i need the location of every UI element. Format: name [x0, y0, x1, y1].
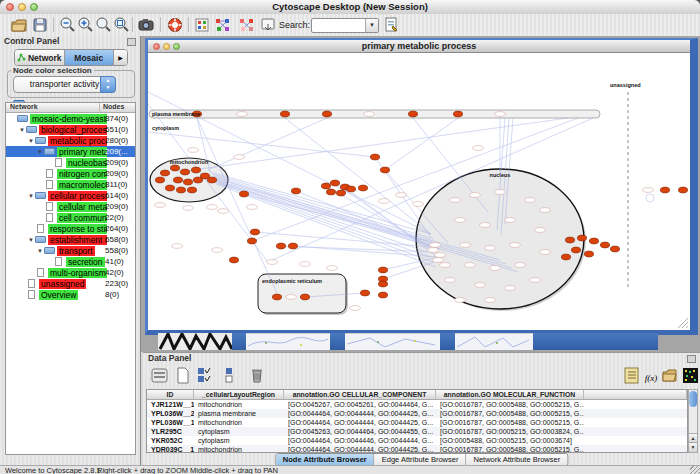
table-row[interactable]: YPL036W__2plasma membrane[GO:0044464, GO…: [147, 409, 687, 418]
network-node-label[interactable]: [535, 228, 546, 233]
network-node-label[interactable]: [234, 155, 245, 160]
expander-icon[interactable]: ▼: [27, 138, 35, 144]
network-node[interactable]: [180, 169, 189, 175]
tree-row[interactable]: secretion41(0): [6, 256, 135, 267]
network-node-label[interactable]: [247, 205, 258, 210]
network-node-label[interactable]: [286, 295, 297, 300]
column-go-molecular-function[interactable]: annotation.GO MOLECULAR_FUNCTION: [436, 390, 584, 399]
network-node[interactable]: [453, 111, 462, 117]
network-node[interactable]: [610, 246, 619, 252]
mosaic-grid-button[interactable]: [193, 16, 211, 34]
network-destroy-button[interactable]: [237, 16, 255, 34]
window-titlebar[interactable]: Cytoscape Desktop (New Session): [0, 0, 700, 15]
tree-row[interactable]: cellular metabol209(0): [6, 201, 135, 212]
network-node-label[interactable]: [465, 263, 476, 268]
column-id[interactable]: ID: [147, 390, 194, 399]
node-color-dropdown[interactable]: transporter activity ▲▼: [13, 76, 116, 93]
network-node[interactable]: [678, 187, 687, 193]
network-node[interactable]: [165, 185, 174, 191]
open-session-button[interactable]: [10, 16, 28, 34]
network-node-label[interactable]: [435, 253, 446, 258]
network-node[interactable]: [170, 165, 179, 171]
network-node-label[interactable]: [327, 266, 338, 271]
network-node-label[interactable]: [207, 205, 218, 210]
zoom-in-button[interactable]: [76, 16, 94, 34]
network-node-label[interactable]: [485, 246, 496, 251]
network-node-label[interactable]: [350, 306, 361, 311]
network-node-label[interactable]: [455, 218, 466, 223]
annotation-button[interactable]: [259, 16, 277, 34]
network-node-label[interactable]: [475, 283, 486, 288]
tree-row[interactable]: Overview8(0): [6, 289, 135, 300]
network-node-label[interactable]: [172, 244, 183, 249]
tree-row[interactable]: cell communicat22(0): [6, 212, 135, 223]
network-node[interactable]: [330, 180, 339, 186]
tab-mosaic[interactable]: Mosaic: [65, 50, 115, 65]
network-node-label[interactable]: [188, 148, 199, 153]
network-node-label[interactable]: [505, 286, 516, 291]
tree-row[interactable]: nucleobase-209(0): [6, 157, 135, 168]
network-node[interactable]: [571, 247, 580, 253]
tree-row[interactable]: nitrogen compo209(0): [6, 168, 135, 179]
network-node[interactable]: [561, 254, 570, 260]
tree-row[interactable]: response to stimul264(0): [6, 223, 135, 234]
network-node-label[interactable]: [510, 243, 521, 248]
tree-row[interactable]: mosaic-demo-yeast874(0): [6, 113, 135, 124]
zoom-fit-button[interactable]: [112, 16, 130, 34]
network-node[interactable]: [187, 187, 196, 193]
network-node-label[interactable]: [364, 112, 375, 117]
network-node[interactable]: [589, 238, 598, 244]
network-node-label[interactable]: [218, 209, 229, 214]
column-go-cellular-component[interactable]: annotation.GO CELLULAR_COMPONENT: [284, 390, 436, 399]
tree-column-network[interactable]: Network: [6, 103, 100, 112]
tab-network[interactable]: Network: [15, 50, 65, 65]
network-node-label[interactable]: [455, 298, 466, 303]
network-node[interactable]: [380, 167, 389, 173]
zoom-out-button[interactable]: [58, 16, 76, 34]
network-node-label[interactable]: [267, 260, 278, 265]
search-box[interactable]: ▼: [311, 18, 379, 33]
table-row[interactable]: YPL036W__1mitochondrion[GO:0044464, GO:0…: [147, 418, 687, 427]
network-node[interactable]: [577, 235, 586, 241]
tree-row[interactable]: macromolecule311(0): [6, 179, 135, 190]
scroll-down-arrow[interactable]: ▼: [689, 442, 697, 452]
network-node-label[interactable]: [237, 112, 248, 117]
expander-icon[interactable]: ▼: [27, 193, 35, 199]
network-node[interactable]: [247, 238, 256, 244]
expander-icon[interactable]: ▼: [18, 127, 26, 133]
table-row[interactable]: YLR295Ccytoplasm[GO:0045263, GO:0044464,…: [147, 427, 687, 436]
network-node[interactable]: [176, 187, 185, 193]
tab-overflow-arrow[interactable]: ▶: [114, 50, 127, 65]
network-node-label[interactable]: [212, 248, 223, 253]
dropdown-stepper-icon[interactable]: ▲▼: [100, 76, 116, 93]
network-node[interactable]: [378, 267, 387, 273]
tree-row[interactable]: ▼primary metabo209(...: [6, 146, 135, 157]
network-node[interactable]: [239, 191, 248, 197]
network-node[interactable]: [291, 188, 300, 194]
network-node-label[interactable]: [183, 206, 194, 211]
network-node-label[interactable]: [480, 223, 491, 228]
network-node[interactable]: [326, 189, 335, 195]
tree-row[interactable]: ▼metabolic process280(0): [6, 135, 135, 146]
network-node[interactable]: [565, 237, 574, 243]
network-view-titlebar[interactable]: primary metabolic process: [148, 40, 690, 53]
network-node-label[interactable]: [396, 193, 407, 198]
table-row[interactable]: YDR039C__1mitochondrion[GO:0044464, GO:0…: [147, 445, 687, 453]
network-node[interactable]: [584, 251, 593, 257]
network-node-label[interactable]: [490, 266, 501, 271]
column-cellular-layout-region[interactable]: _cellularLayoutRegion: [194, 390, 284, 399]
network-node-label[interactable]: [495, 190, 506, 195]
network-node-label[interactable]: [525, 198, 536, 203]
network-node-label[interactable]: [430, 243, 441, 248]
network-node-label[interactable]: [428, 248, 439, 253]
network-node-label[interactable]: [470, 193, 481, 198]
network-node-label[interactable]: [473, 146, 484, 151]
network-node[interactable]: [288, 243, 297, 249]
network-node-label[interactable]: [379, 199, 390, 204]
network-node[interactable]: [346, 186, 355, 192]
network-node[interactable]: [300, 294, 309, 300]
network-node-label[interactable]: [540, 208, 551, 213]
network-node-label[interactable]: [643, 188, 654, 193]
network-node[interactable]: [660, 187, 669, 193]
expander-icon[interactable]: ▼: [27, 237, 35, 243]
